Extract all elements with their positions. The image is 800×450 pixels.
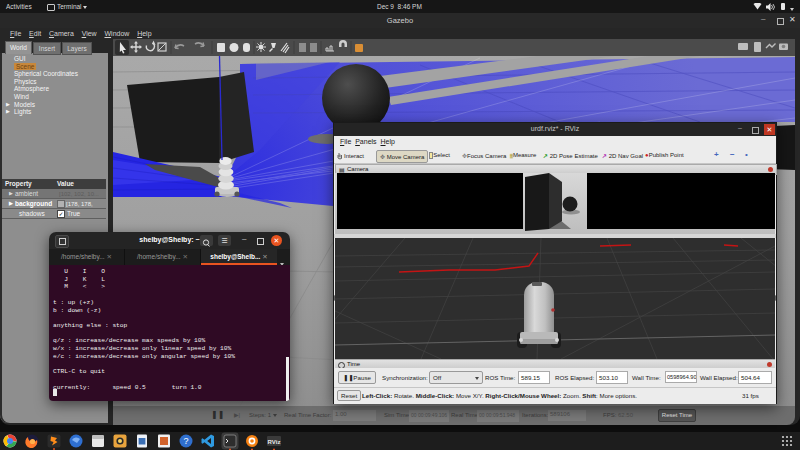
- svg-text:RViz: RViz: [268, 439, 281, 445]
- svg-text:?: ?: [183, 436, 188, 446]
